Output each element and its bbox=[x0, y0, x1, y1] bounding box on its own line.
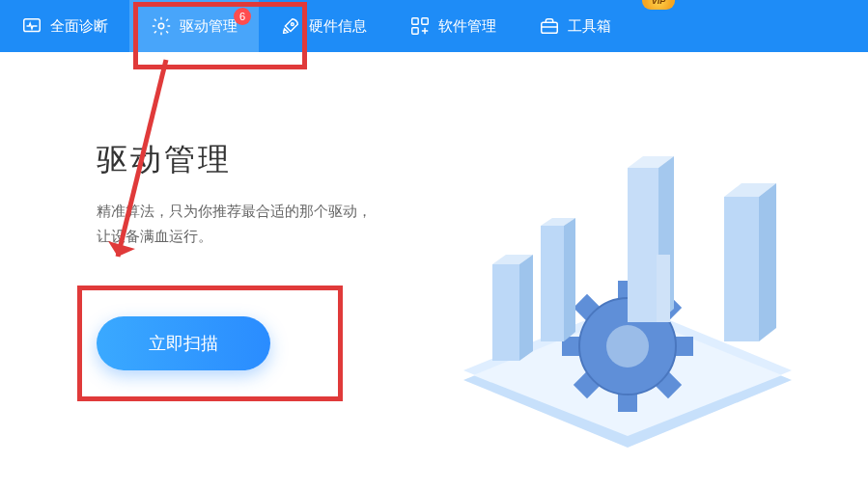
desc-line: 让设备满血运行。 bbox=[97, 228, 212, 244]
nav-tab-label: 工具箱 bbox=[568, 0, 611, 52]
svg-rect-6 bbox=[542, 22, 558, 33]
svg-rect-5 bbox=[412, 28, 418, 34]
svg-point-2 bbox=[291, 23, 294, 26]
nav-tab-label: 驱动管理 bbox=[180, 0, 238, 52]
svg-marker-23 bbox=[519, 255, 533, 361]
page-description: 精准算法，只为你推荐最合适的那个驱动， 让设备满血运行。 bbox=[97, 199, 386, 249]
grid-plus-icon bbox=[409, 15, 431, 37]
left-column: 驱动管理 精准算法，只为你推荐最合适的那个驱动， 让设备满血运行。 立即扫描 bbox=[97, 139, 386, 448]
svg-point-1 bbox=[158, 23, 164, 29]
nav-tab-hardware-info[interactable]: 硬件信息 bbox=[259, 0, 388, 52]
top-navbar: VIP 全面诊断 驱动管理 6 硬件信息 软件管理 工具箱 bbox=[0, 0, 868, 52]
desc-line: 精准算法，只为你推荐最合适的那个驱动， bbox=[97, 203, 372, 219]
rocket-icon bbox=[280, 15, 301, 37]
nav-tab-diagnosis[interactable]: 全面诊断 bbox=[0, 0, 129, 52]
monitor-heart-icon bbox=[21, 15, 42, 37]
svg-marker-32 bbox=[759, 183, 776, 341]
nav-tab-label: 硬件信息 bbox=[309, 0, 367, 52]
hero-illustration bbox=[425, 139, 829, 448]
svg-point-11 bbox=[606, 325, 649, 368]
svg-rect-30 bbox=[724, 197, 759, 341]
scan-now-button[interactable]: 立即扫描 bbox=[97, 316, 270, 370]
nav-tab-software-manage[interactable]: 软件管理 bbox=[388, 0, 518, 52]
vip-badge: VIP bbox=[642, 0, 675, 10]
svg-rect-24 bbox=[541, 226, 564, 341]
toolbox-icon bbox=[539, 15, 560, 37]
svg-marker-26 bbox=[564, 218, 575, 341]
nav-tab-label: 全面诊断 bbox=[50, 0, 108, 52]
main-content: 驱动管理 精准算法，只为你推荐最合适的那个驱动， 让设备满血运行。 立即扫描 bbox=[0, 52, 868, 486]
svg-rect-4 bbox=[422, 18, 428, 24]
notification-badge: 6 bbox=[234, 8, 251, 25]
svg-rect-21 bbox=[492, 264, 519, 361]
gear-icon bbox=[151, 15, 172, 37]
svg-rect-33 bbox=[657, 255, 670, 322]
svg-rect-27 bbox=[628, 168, 658, 322]
page-title: 驱动管理 bbox=[97, 139, 386, 181]
nav-tab-toolbox[interactable]: 工具箱 bbox=[518, 0, 632, 52]
svg-rect-3 bbox=[412, 18, 418, 24]
nav-tab-label: 软件管理 bbox=[438, 0, 496, 52]
nav-tab-driver-manage[interactable]: 驱动管理 6 bbox=[129, 0, 259, 52]
